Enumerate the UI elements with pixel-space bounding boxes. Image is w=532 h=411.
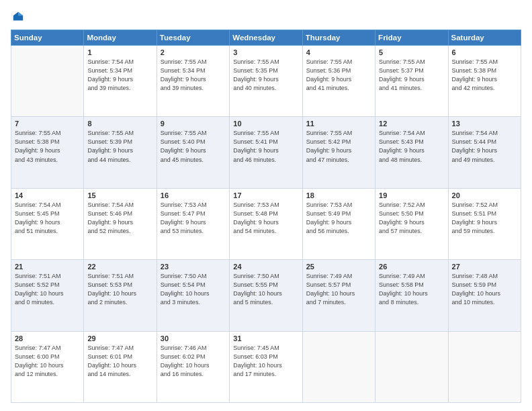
calendar-cell: 5Sunrise: 7:55 AM Sunset: 5:37 PM Daylig… xyxy=(375,46,448,117)
calendar-cell: 1Sunrise: 7:54 AM Sunset: 5:34 PM Daylig… xyxy=(84,46,157,117)
logo xyxy=(11,11,24,23)
day-number: 12 xyxy=(379,120,444,128)
logo-icon xyxy=(12,11,24,23)
day-info: Sunrise: 7:50 AM Sunset: 5:54 PM Dayligh… xyxy=(161,272,226,307)
calendar-header-row: SundayMondayTuesdayWednesdayThursdayFrid… xyxy=(11,30,521,46)
calendar-cell: 15Sunrise: 7:54 AM Sunset: 5:46 PM Dayli… xyxy=(84,188,157,259)
day-number: 9 xyxy=(161,120,226,128)
calendar-cell: 8Sunrise: 7:55 AM Sunset: 5:39 PM Daylig… xyxy=(84,117,157,188)
day-info: Sunrise: 7:47 AM Sunset: 6:01 PM Dayligh… xyxy=(87,344,152,379)
day-info: Sunrise: 7:55 AM Sunset: 5:42 PM Dayligh… xyxy=(306,129,371,164)
day-info: Sunrise: 7:55 AM Sunset: 5:37 PM Dayligh… xyxy=(379,58,444,93)
day-info: Sunrise: 7:53 AM Sunset: 5:48 PM Dayligh… xyxy=(233,201,298,236)
day-info: Sunrise: 7:54 AM Sunset: 5:46 PM Dayligh… xyxy=(87,201,152,236)
day-number: 22 xyxy=(87,263,152,271)
day-number: 30 xyxy=(161,334,226,342)
day-number: 24 xyxy=(233,263,298,271)
day-info: Sunrise: 7:53 AM Sunset: 5:47 PM Dayligh… xyxy=(161,201,226,236)
day-number: 3 xyxy=(233,48,298,56)
calendar-cell: 13Sunrise: 7:54 AM Sunset: 5:44 PM Dayli… xyxy=(448,117,521,188)
calendar-week-row: 21Sunrise: 7:51 AM Sunset: 5:52 PM Dayli… xyxy=(11,260,521,331)
calendar-header-saturday: Saturday xyxy=(448,30,521,46)
day-info: Sunrise: 7:55 AM Sunset: 5:38 PM Dayligh… xyxy=(452,58,517,93)
day-number: 18 xyxy=(306,191,371,199)
day-number: 2 xyxy=(161,48,226,56)
calendar-cell: 20Sunrise: 7:52 AM Sunset: 5:51 PM Dayli… xyxy=(448,188,521,259)
day-info: Sunrise: 7:55 AM Sunset: 5:34 PM Dayligh… xyxy=(161,58,226,93)
calendar-week-row: 1Sunrise: 7:54 AM Sunset: 5:34 PM Daylig… xyxy=(11,46,521,117)
day-number: 5 xyxy=(379,48,444,56)
calendar-cell: 27Sunrise: 7:48 AM Sunset: 5:59 PM Dayli… xyxy=(448,260,521,331)
day-info: Sunrise: 7:51 AM Sunset: 5:53 PM Dayligh… xyxy=(87,272,152,307)
day-info: Sunrise: 7:55 AM Sunset: 5:40 PM Dayligh… xyxy=(161,129,226,164)
calendar-cell: 6Sunrise: 7:55 AM Sunset: 5:38 PM Daylig… xyxy=(448,46,521,117)
calendar-cell: 4Sunrise: 7:55 AM Sunset: 5:36 PM Daylig… xyxy=(302,46,375,117)
calendar-cell: 23Sunrise: 7:50 AM Sunset: 5:54 PM Dayli… xyxy=(157,260,229,331)
day-number: 13 xyxy=(452,120,517,128)
day-info: Sunrise: 7:55 AM Sunset: 5:39 PM Dayligh… xyxy=(87,129,152,164)
calendar-cell: 10Sunrise: 7:55 AM Sunset: 5:41 PM Dayli… xyxy=(230,117,302,188)
calendar-cell: 18Sunrise: 7:53 AM Sunset: 5:49 PM Dayli… xyxy=(302,188,375,259)
calendar-cell: 21Sunrise: 7:51 AM Sunset: 5:52 PM Dayli… xyxy=(11,260,84,331)
calendar-cell: 11Sunrise: 7:55 AM Sunset: 5:42 PM Dayli… xyxy=(302,117,375,188)
day-info: Sunrise: 7:54 AM Sunset: 5:43 PM Dayligh… xyxy=(379,129,444,164)
day-info: Sunrise: 7:55 AM Sunset: 5:35 PM Dayligh… xyxy=(233,58,298,93)
day-info: Sunrise: 7:49 AM Sunset: 5:58 PM Dayligh… xyxy=(379,272,444,307)
logo-text xyxy=(11,11,24,23)
day-number: 14 xyxy=(15,191,80,199)
day-info: Sunrise: 7:47 AM Sunset: 6:00 PM Dayligh… xyxy=(15,344,80,379)
header xyxy=(11,11,521,23)
day-number: 15 xyxy=(87,191,152,199)
day-info: Sunrise: 7:48 AM Sunset: 5:59 PM Dayligh… xyxy=(452,272,517,307)
calendar-cell: 17Sunrise: 7:53 AM Sunset: 5:48 PM Dayli… xyxy=(230,188,302,259)
calendar-week-row: 7Sunrise: 7:55 AM Sunset: 5:38 PM Daylig… xyxy=(11,117,521,188)
day-number: 8 xyxy=(87,120,152,128)
calendar-week-row: 14Sunrise: 7:54 AM Sunset: 5:45 PM Dayli… xyxy=(11,188,521,259)
calendar-header-thursday: Thursday xyxy=(302,30,375,46)
day-number: 10 xyxy=(233,120,298,128)
day-number: 11 xyxy=(306,120,371,128)
day-number: 17 xyxy=(233,191,298,199)
calendar-cell: 3Sunrise: 7:55 AM Sunset: 5:35 PM Daylig… xyxy=(230,46,302,117)
day-info: Sunrise: 7:52 AM Sunset: 5:50 PM Dayligh… xyxy=(379,201,444,236)
day-number: 7 xyxy=(15,120,80,128)
calendar-cell: 14Sunrise: 7:54 AM Sunset: 5:45 PM Dayli… xyxy=(11,188,84,259)
calendar-cell: 2Sunrise: 7:55 AM Sunset: 5:34 PM Daylig… xyxy=(157,46,229,117)
day-number: 31 xyxy=(233,334,298,342)
page-container: SundayMondayTuesdayWednesdayThursdayFrid… xyxy=(0,0,532,411)
calendar-cell xyxy=(302,331,375,402)
day-number: 23 xyxy=(161,263,226,271)
day-info: Sunrise: 7:46 AM Sunset: 6:02 PM Dayligh… xyxy=(161,344,226,379)
day-number: 6 xyxy=(452,48,517,56)
calendar-cell: 26Sunrise: 7:49 AM Sunset: 5:58 PM Dayli… xyxy=(375,260,448,331)
calendar-cell xyxy=(375,331,448,402)
day-number: 29 xyxy=(87,334,152,342)
day-number: 20 xyxy=(452,191,517,199)
day-number: 27 xyxy=(452,263,517,271)
day-number: 4 xyxy=(306,48,371,56)
calendar-cell: 7Sunrise: 7:55 AM Sunset: 5:38 PM Daylig… xyxy=(11,117,84,188)
calendar-header-sunday: Sunday xyxy=(11,30,84,46)
calendar-cell: 30Sunrise: 7:46 AM Sunset: 6:02 PM Dayli… xyxy=(157,331,229,402)
calendar-cell: 12Sunrise: 7:54 AM Sunset: 5:43 PM Dayli… xyxy=(375,117,448,188)
day-info: Sunrise: 7:50 AM Sunset: 5:55 PM Dayligh… xyxy=(233,272,298,307)
day-number: 16 xyxy=(161,191,226,199)
day-info: Sunrise: 7:55 AM Sunset: 5:41 PM Dayligh… xyxy=(233,129,298,164)
calendar-cell: 24Sunrise: 7:50 AM Sunset: 5:55 PM Dayli… xyxy=(230,260,302,331)
day-info: Sunrise: 7:55 AM Sunset: 5:38 PM Dayligh… xyxy=(15,129,80,164)
calendar-header-tuesday: Tuesday xyxy=(157,30,229,46)
calendar-cell xyxy=(448,331,521,402)
day-number: 1 xyxy=(87,48,152,56)
calendar-header-wednesday: Wednesday xyxy=(230,30,302,46)
calendar-week-row: 28Sunrise: 7:47 AM Sunset: 6:00 PM Dayli… xyxy=(11,331,521,402)
day-info: Sunrise: 7:53 AM Sunset: 5:49 PM Dayligh… xyxy=(306,201,371,236)
calendar-cell: 31Sunrise: 7:45 AM Sunset: 6:03 PM Dayli… xyxy=(230,331,302,402)
day-number: 28 xyxy=(15,334,80,342)
day-info: Sunrise: 7:54 AM Sunset: 5:44 PM Dayligh… xyxy=(452,129,517,164)
day-number: 25 xyxy=(306,263,371,271)
calendar-header-monday: Monday xyxy=(84,30,157,46)
day-number: 21 xyxy=(15,263,80,271)
day-number: 26 xyxy=(379,263,444,271)
calendar-cell: 16Sunrise: 7:53 AM Sunset: 5:47 PM Dayli… xyxy=(157,188,229,259)
calendar-header-friday: Friday xyxy=(375,30,448,46)
